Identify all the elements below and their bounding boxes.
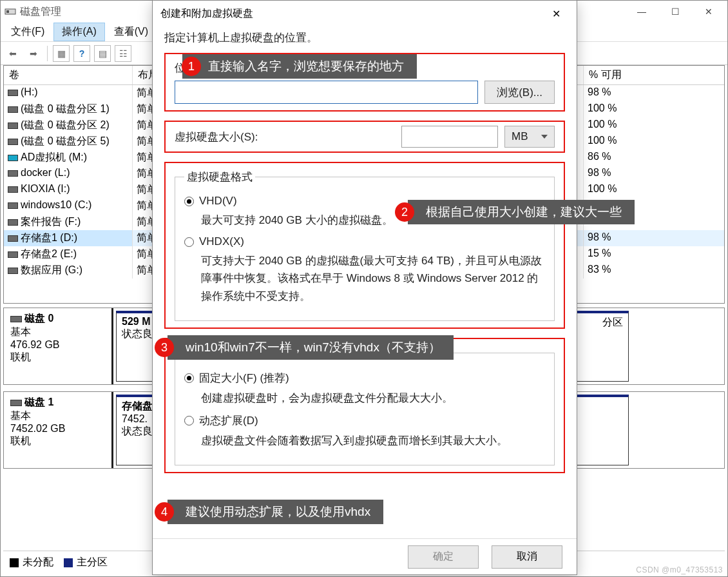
size-group: 虚拟硬盘大小(S): MB <box>164 121 565 153</box>
format-group: 虚拟硬盘格式 VHD(V) 最大可支持 2040 GB 大小的虚拟磁盘。 VHD… <box>164 162 565 329</box>
dialog-title: 创建和附加虚拟硬盘 <box>160 7 253 21</box>
toolbar-btn-help[interactable]: ? <box>73 45 90 62</box>
annotation-badge-3: 3 <box>155 338 174 357</box>
minimize-button[interactable]: ― <box>627 1 656 22</box>
size-unit-select[interactable]: MB <box>504 126 555 148</box>
legend-primary: 主分区 <box>64 556 108 569</box>
fixed-desc: 创建虚拟硬盘时，会为虚拟硬盘文件分配最大大小。 <box>201 389 545 407</box>
annotation-3: 3win10和win7不一样，win7没有vhdx（不支持） <box>168 335 454 360</box>
toolbar-btn-3[interactable]: ▤ <box>94 45 111 62</box>
dynamic-label: 动态扩展(D) <box>199 413 258 428</box>
toolbar-divider <box>47 46 48 61</box>
toolbar-btn-1[interactable]: ▦ <box>53 45 70 62</box>
vhd-label: VHD(V) <box>199 195 237 208</box>
window-title: 磁盘管理 <box>20 5 61 19</box>
fixed-label: 固定大小(F) (推荐) <box>199 371 289 386</box>
annotation-badge-4: 4 <box>155 502 174 522</box>
radio-dynamic[interactable]: 动态扩展(D) <box>184 413 545 428</box>
legend-unalloc: 未分配 <box>10 556 53 569</box>
menu-view[interactable]: 查看(V) <box>106 23 156 41</box>
browse-button[interactable]: 浏览(B)... <box>484 81 555 104</box>
radio-fixed[interactable]: 固定大小(F) (推荐) <box>184 371 545 386</box>
annotation-4: 4建议使用动态扩展，以及使用vhdx <box>168 500 383 524</box>
menu-file[interactable]: 文件(F) <box>3 23 52 41</box>
annotation-2: 2根据自己使用大小创建，建议大一些 <box>408 200 635 224</box>
vhdx-label: VHDX(X) <box>199 235 244 248</box>
format-legend: 虚拟硬盘格式 <box>184 170 255 184</box>
create-vhd-dialog: 创建和附加虚拟硬盘 ✕ 指定计算机上虚拟硬盘的位置。 位置(L): 浏览(B).… <box>152 0 577 575</box>
chevron-down-icon <box>541 135 548 139</box>
ok-button[interactable]: 确定 <box>408 545 479 569</box>
col-volume[interactable]: 卷 <box>4 66 133 84</box>
watermark: CSDN @m0_47353513 <box>636 565 723 574</box>
radio-vhdx[interactable]: VHDX(X) <box>184 235 545 248</box>
nav-forward-button[interactable]: ➡ <box>25 45 42 62</box>
annotation-badge-2: 2 <box>395 202 414 222</box>
size-unit-label: MB <box>512 130 528 143</box>
vhdx-desc: 可支持大于 2040 GB 的虚拟磁盘(最大可支持 64 TB)，并且可从电源故… <box>201 252 545 305</box>
toolbar-btn-4[interactable]: ☷ <box>115 45 131 62</box>
close-button[interactable]: ✕ <box>694 1 723 22</box>
dynamic-desc: 虚拟硬盘文件会随着数据写入到虚拟硬盘而增长到其最大大小。 <box>201 432 545 449</box>
app-icon <box>5 6 16 17</box>
dialog-lead: 指定计算机上虚拟硬盘的位置。 <box>164 30 565 45</box>
maximize-button[interactable]: ☐ <box>660 1 690 22</box>
size-label: 虚拟硬盘大小(S): <box>175 130 258 144</box>
dialog-buttons: 确定 取消 <box>153 538 577 574</box>
dialog-close-button[interactable]: ✕ <box>543 1 569 26</box>
annotation-1: 直接输入名字，浏览想要保存的地方 <box>182 54 417 79</box>
col-pct[interactable]: % 可用 <box>584 66 725 84</box>
dialog-titlebar: 创建和附加虚拟硬盘 ✕ <box>153 1 577 26</box>
menu-action[interactable]: 操作(A) <box>53 23 104 41</box>
cancel-button[interactable]: 取消 <box>492 545 562 569</box>
nav-back-button[interactable]: ⬅ <box>5 45 21 62</box>
location-input[interactable] <box>175 81 478 104</box>
svg-rect-1 <box>6 10 9 13</box>
annotation-badge-1: 1 <box>182 57 201 76</box>
size-input[interactable] <box>401 126 498 148</box>
